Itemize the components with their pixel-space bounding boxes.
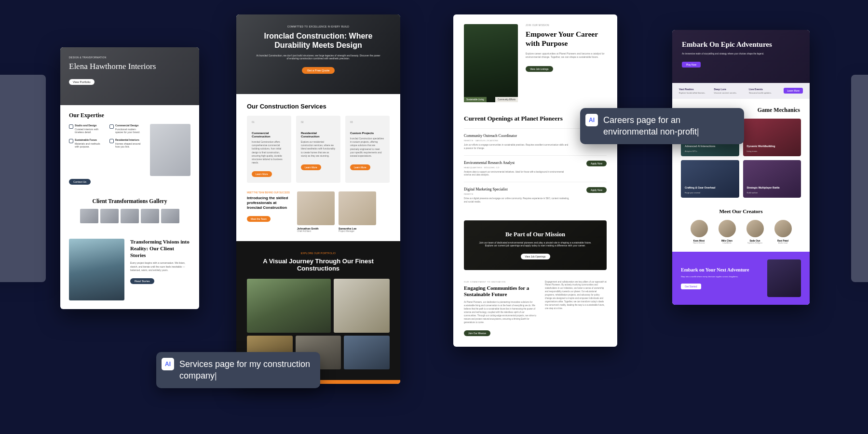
expertise-heading: Our Expertise [69, 112, 190, 119]
learn-more-button[interactable]: Learn More [252, 171, 272, 177]
mission-cta[interactable]: View Job Openings [521, 254, 550, 259]
creator: Ravi PatelAudio Lead [772, 220, 795, 244]
gallery-thumb[interactable] [80, 209, 98, 223]
expertise-image [150, 124, 190, 176]
team-section: MEET THE TEAM BEHIND OUR SUCCESS Introdu… [236, 191, 400, 241]
template-card-interiors: DESIGN & TRANSFORMATION Elena Hawthorne … [60, 47, 199, 309]
hero-cta[interactable]: View Portfolio [69, 79, 95, 85]
prompt-text: Careers page for an environmental non-pr… [603, 115, 699, 136]
ai-prompt-bubble[interactable]: AI Careers page for an environmental non… [580, 108, 744, 144]
gallery-heading: Client Transformations Gallery [69, 198, 190, 204]
story-cta[interactable]: Read Stories [130, 278, 154, 284]
engage-cta[interactable]: Join Our Mission [464, 330, 490, 336]
photo-tag: Sustainable Living [464, 97, 487, 102]
service-card: 02 Residential Construction Explore our … [296, 116, 340, 183]
avatar [691, 220, 708, 237]
hero-cta[interactable]: View Job Listings [526, 66, 553, 72]
creators-section: Meet Our Creators Kara WestGame Director… [672, 205, 810, 252]
contact-cta[interactable]: Contact Us [69, 179, 91, 185]
avatar [719, 220, 736, 237]
story-heading: Transforming Visions into Reality: Our C… [130, 239, 190, 258]
mechanic-card[interactable]: Crafting & Gear OverhaulForge your arsen… [681, 160, 739, 198]
portfolio-image[interactable] [334, 279, 390, 333]
ghost-card-right [851, 75, 868, 282]
team-member: Samantha Lee Project Manager [339, 191, 376, 232]
mechanic-card[interactable]: Dynamic WorldbuildingLiving terrain [743, 119, 801, 156]
hero-eyebrow: DESIGN & TRANSFORMATION [69, 56, 190, 59]
service-card: 03 Custom Projects Ironclad Construction… [345, 116, 390, 183]
feature-strip: Vast RealmsExplore handcrafted biomes. D… [672, 83, 810, 99]
hero-title: Ironclad Construction: Where Durability … [248, 32, 389, 50]
engage-section: OUR COMMITMENT TO INNOVATION Engaging Co… [453, 279, 617, 347]
template-card-gaming: Embark On Epic Adventures An immersive r… [672, 30, 810, 305]
hero-image: Sustainable Living Community Efforts [464, 24, 518, 102]
gallery-thumb[interactable] [121, 209, 139, 223]
photo-tag: Community Efforts [495, 97, 518, 102]
hero-title: Elena Hawthorne Interiors [69, 62, 190, 71]
learn-more-button[interactable]: Learn More [350, 164, 370, 170]
adventure-cta[interactable]: Get Started [681, 284, 701, 289]
hero: Embark On Epic Adventures An immersive r… [672, 30, 810, 83]
apply-button[interactable]: Apply Now [586, 187, 607, 193]
feature-cta[interactable]: Learn More [784, 88, 803, 94]
creator: Kara WestGame Director [688, 220, 711, 244]
learn-more-button[interactable]: Learn More [301, 164, 321, 170]
template-card-careers: Sustainable Living Community Efforts JOI… [453, 14, 617, 347]
hero-subtitle: At Ironclad Construction, we don't just … [256, 54, 381, 60]
avatar [297, 191, 335, 225]
expertise-section: Our Expertise Studio and DesignCurated i… [60, 105, 199, 191]
ai-prompt-bubble[interactable]: AI Services page for my construction com… [156, 352, 320, 388]
avatar [746, 220, 764, 237]
adventure-image [767, 259, 801, 297]
prompt-text: Services page for my construction compan… [179, 359, 310, 380]
hero: Sustainable Living Community Efforts JOI… [453, 14, 617, 112]
service-card: 01 Commercial Construction Ironclad Cons… [247, 116, 291, 183]
hero-cta[interactable]: Play Now [682, 62, 701, 68]
apply-button[interactable]: Apply Now [586, 161, 607, 166]
hero: DESIGN & TRANSFORMATION Elena Hawthorne … [60, 47, 199, 105]
creator: Milo ChenLead Artist [716, 220, 739, 244]
template-card-construction: COMMITTED TO EXCELLENCE IN EVERY BUILD I… [236, 14, 400, 384]
job-listing: Digital Marketing Specialist REMOTE Driv… [464, 182, 607, 209]
gallery-thumb[interactable] [141, 209, 159, 223]
hero-title: Empower Your Career with Purpose [526, 29, 607, 48]
ai-badge-icon: AI [585, 114, 598, 126]
gallery-thumb[interactable] [100, 209, 119, 223]
story-image [69, 239, 124, 300]
services-section: Our Construction Services 01 Commercial … [236, 94, 400, 191]
hero: COMMITTED TO EXCELLENCE IN EVERY BUILD I… [236, 14, 400, 94]
story-body: Every project begins with a conversation… [130, 261, 190, 272]
hero-eyebrow: COMMITTED TO EXCELLENCE IN EVERY BUILD [248, 25, 389, 28]
portfolio-image[interactable] [344, 336, 390, 369]
services-heading: Our Construction Services [247, 103, 390, 110]
avatar [339, 191, 376, 225]
mission-banner: Be Part of Our Mission Join our team of … [464, 220, 607, 270]
avatar [774, 220, 792, 237]
creator: Sade OyoSystems Designer [744, 220, 767, 244]
ai-badge-icon: AI [162, 358, 174, 370]
mechanic-card[interactable]: Strategic Multiplayer BattleGuild warfar… [743, 160, 801, 198]
gallery-thumb[interactable] [161, 209, 179, 223]
story-section: Transforming Visions into Reality: Our C… [60, 230, 199, 309]
job-listing: Environmental Research Analyst HEADQUART… [464, 155, 607, 182]
gallery-section: Client Transformations Gallery [60, 191, 199, 230]
hero-cta[interactable]: Get a Free Quote [302, 67, 335, 74]
ghost-card-left [0, 75, 46, 282]
adventure-cta-section: Embark on Your Next Adventure Step into … [672, 252, 810, 305]
team-cta[interactable]: Meet the Team [247, 216, 271, 222]
team-member: Johnathan Smith Chief Architect [297, 191, 335, 232]
portfolio-image[interactable] [247, 279, 331, 333]
